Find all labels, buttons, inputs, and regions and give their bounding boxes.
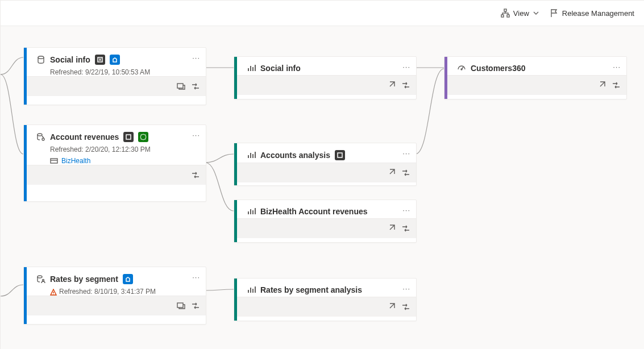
svg-rect-1 [501,15,504,17]
release-management-button[interactable]: Release Management [550,9,634,18]
svg-point-5 [38,134,42,136]
sensitivity-badge [123,274,133,284]
impact-icon[interactable] [612,81,621,90]
dashboard-icon [457,64,466,73]
report-icon [247,207,256,216]
more-button[interactable]: ··· [192,273,200,281]
svg-point-9 [43,280,44,281]
svg-point-3 [38,56,44,59]
endorsement-badge [123,132,134,142]
dataset-user-icon [36,275,45,284]
open-icon[interactable] [387,302,396,311]
card-title: Rates by segment analysis [260,285,362,294]
explore-icon[interactable] [176,82,185,91]
report-card-accounts[interactable]: ··· Accounts analysis [234,143,417,186]
dataset-share-icon [36,132,45,142]
view-label: View [513,9,529,18]
impact-icon[interactable] [401,302,410,311]
sensitivity-badge [110,55,120,65]
accent-bar [234,200,237,242]
impact-icon[interactable] [191,301,200,310]
card-title: Account revenues [50,132,119,142]
more-button[interactable]: ··· [402,206,410,214]
svg-rect-2 [507,15,509,17]
card-title: Rates by segment [50,275,118,284]
impact-icon[interactable] [191,171,200,180]
more-button[interactable]: ··· [402,63,410,71]
svg-point-8 [38,276,42,278]
impact-icon[interactable] [401,224,410,233]
more-button[interactable]: ··· [613,63,621,71]
dataset-card-rates[interactable]: ··· Rates by segment Refreshed: 8/10/19,… [23,267,206,325]
more-button[interactable]: ··· [402,149,410,157]
dataset-card-social[interactable]: ··· Social info Refreshed: 9/22/19, 10:5… [23,47,206,105]
svg-rect-10 [177,303,183,308]
dataset-icon [36,55,45,64]
card-title: Social info [260,64,301,73]
impact-icon[interactable] [191,82,200,91]
report-card-social[interactable]: ··· Social info [234,56,417,99]
sitemap-icon [501,9,510,18]
release-label: Release Management [562,9,634,18]
view-dropdown[interactable]: View [501,9,539,18]
report-card-rates[interactable]: ··· Rates by segment analysis [234,278,417,321]
refreshed-text: Refreshed: 8/10/19, 3:41:37 PM [50,288,206,296]
open-icon[interactable] [597,81,606,90]
workspace-icon [50,157,58,165]
accent-bar [234,57,237,99]
more-button[interactable]: ··· [402,284,410,293]
refreshed-text: Refreshed: 2/20/20, 12:12:30 PM [50,146,206,153]
svg-point-6 [42,138,44,140]
accent-bar [234,143,237,185]
more-button[interactable]: ··· [192,131,200,139]
report-icon [247,64,256,73]
open-icon[interactable] [387,168,396,177]
report-icon [247,151,256,160]
refreshed-value: Refreshed: 8/10/19, 3:41:37 PM [59,288,156,296]
accent-bar [24,48,27,105]
card-title: Social info [50,55,90,64]
refreshed-text: Refreshed: 9/22/19, 10:50:53 AM [50,68,206,76]
svg-rect-7 [51,159,57,163]
open-icon[interactable] [387,81,396,90]
svg-point-11 [461,69,462,70]
dataset-card-accounts[interactable]: ··· Account revenues Refreshed: 2/20/20,… [23,124,206,202]
svg-rect-4 [177,84,183,88]
endorsement-badge [95,55,105,65]
accent-bar [444,57,447,99]
card-title: Accounts analysis [260,151,330,160]
app-card-customers360[interactable]: ··· Customers360 [444,56,627,99]
accent-bar [24,267,27,324]
card-title: BizHealth Account revenues [260,207,368,216]
more-button[interactable]: ··· [192,53,200,62]
card-title: Customers360 [471,64,526,73]
report-card-bizhealth[interactable]: ··· BizHealth Account revenues [234,200,417,243]
impact-icon[interactable] [401,168,410,177]
chevron-down-icon [533,10,539,16]
toolbar: View Release Management [1,1,644,26]
workspace-name: BizHealth [61,157,90,165]
lineage-canvas: View Release Management ··· [0,0,644,349]
accent-bar [24,125,27,201]
flag-icon [550,9,559,18]
report-icon [247,285,256,294]
certified-badge [138,132,148,142]
endorsement-badge [335,150,345,160]
accent-bar [234,279,237,321]
svg-rect-0 [504,9,506,11]
impact-icon[interactable] [401,81,410,90]
warning-icon [50,289,57,296]
workspace-link[interactable]: BizHealth [50,157,206,165]
open-icon[interactable] [387,224,396,233]
explore-icon[interactable] [176,301,185,310]
